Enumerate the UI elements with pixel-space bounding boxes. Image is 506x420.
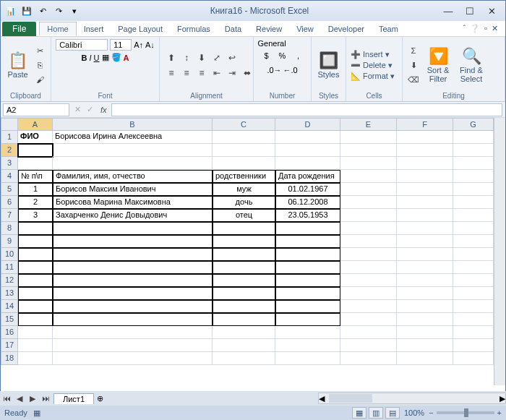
fx-icon[interactable]: fx bbox=[96, 106, 111, 114]
cell-F8[interactable] bbox=[397, 222, 453, 235]
cell-G18[interactable] bbox=[453, 352, 494, 365]
row-header-1[interactable]: 1 bbox=[1, 131, 18, 144]
col-header-A[interactable]: A bbox=[18, 118, 53, 131]
cell-G2[interactable] bbox=[453, 144, 494, 157]
cell-C14[interactable] bbox=[213, 300, 275, 313]
cell-D5[interactable]: 01.02.1967 bbox=[275, 183, 340, 196]
cell-F1[interactable] bbox=[397, 131, 453, 144]
horizontal-scrollbar[interactable]: ◀ ▶ bbox=[318, 393, 506, 404]
cell-C8[interactable] bbox=[213, 222, 275, 235]
tab-formulas[interactable]: Formulas bbox=[170, 22, 218, 35]
cell-D6[interactable]: 06.12.2008 bbox=[275, 196, 340, 209]
cell-A12[interactable] bbox=[18, 274, 53, 287]
save-icon[interactable]: 💾 bbox=[20, 4, 34, 18]
tab-developer[interactable]: Developer bbox=[321, 22, 372, 35]
cell-D17[interactable] bbox=[275, 339, 340, 352]
cell-D14[interactable] bbox=[275, 300, 340, 313]
cell-B15[interactable] bbox=[53, 313, 213, 326]
cell-E14[interactable] bbox=[340, 300, 397, 313]
qat-more-icon[interactable]: ▾ bbox=[67, 4, 82, 18]
cell-E4[interactable] bbox=[340, 170, 397, 183]
autosum-icon[interactable]: Σ bbox=[407, 44, 420, 57]
formula-input[interactable] bbox=[111, 103, 502, 116]
zoom-level[interactable]: 100% bbox=[404, 408, 424, 417]
align-bottom-icon[interactable]: ⬇ bbox=[194, 51, 209, 65]
row-header-6[interactable]: 6 bbox=[1, 196, 18, 209]
page-layout-view-icon[interactable]: ▥ bbox=[369, 407, 383, 419]
first-sheet-icon[interactable]: ⏮ bbox=[0, 392, 13, 405]
cell-D3[interactable] bbox=[275, 157, 340, 170]
row-header-2[interactable]: 2 bbox=[1, 144, 18, 157]
cell-E11[interactable] bbox=[340, 261, 397, 274]
cell-C2[interactable] bbox=[213, 144, 275, 157]
row-header-16[interactable]: 16 bbox=[1, 326, 18, 339]
indent-inc-icon[interactable]: ⇥ bbox=[225, 66, 239, 80]
tab-team[interactable]: Team bbox=[372, 22, 406, 35]
cell-G14[interactable] bbox=[453, 300, 494, 313]
name-box[interactable]: A2 bbox=[3, 103, 69, 116]
cell-F14[interactable] bbox=[397, 300, 453, 313]
cell-B12[interactable] bbox=[53, 274, 213, 287]
close-workbook-icon[interactable]: ✕ bbox=[492, 24, 498, 33]
cell-F9[interactable] bbox=[397, 235, 453, 248]
new-sheet-icon[interactable]: ⊕ bbox=[97, 394, 103, 403]
tab-review[interactable]: Review bbox=[249, 22, 289, 35]
cell-C1[interactable] bbox=[213, 131, 275, 144]
undo-icon[interactable]: ↶ bbox=[35, 4, 50, 18]
font-size[interactable]: 11 bbox=[110, 39, 132, 51]
merge-icon[interactable]: ⬌ bbox=[240, 66, 254, 80]
col-header-D[interactable]: D bbox=[275, 118, 340, 131]
row-header-12[interactable]: 12 bbox=[1, 274, 18, 287]
cell-C12[interactable] bbox=[213, 274, 275, 287]
cell-B6[interactable]: Борисова Марина Максимовна bbox=[53, 196, 213, 209]
shrink-font-icon[interactable]: A↓ bbox=[145, 40, 155, 49]
cell-E6[interactable] bbox=[340, 196, 397, 209]
cell-F13[interactable] bbox=[397, 287, 453, 300]
excel-icon[interactable]: 📊 bbox=[4, 4, 18, 18]
format-painter-icon[interactable]: 🖌 bbox=[33, 73, 46, 86]
col-header-B[interactable]: B bbox=[53, 118, 213, 131]
page-break-view-icon[interactable]: ▤ bbox=[385, 407, 400, 419]
underline-icon[interactable]: U bbox=[94, 53, 100, 62]
cell-F4[interactable] bbox=[397, 170, 453, 183]
row-header-9[interactable]: 9 bbox=[1, 235, 18, 248]
accept-formula-icon[interactable]: ✓ bbox=[84, 105, 96, 114]
find-select-button[interactable]: 🔍Find & Select bbox=[456, 42, 486, 88]
cell-B7[interactable]: Захарченко Денис Довыдович bbox=[53, 209, 213, 222]
row-header-13[interactable]: 13 bbox=[1, 287, 18, 300]
cell-D18[interactable] bbox=[275, 352, 340, 365]
border-icon[interactable]: ▦ bbox=[102, 53, 109, 62]
row-header-14[interactable]: 14 bbox=[1, 300, 18, 313]
cell-E17[interactable] bbox=[340, 339, 397, 352]
cell-D12[interactable] bbox=[275, 274, 340, 287]
cell-E3[interactable] bbox=[340, 157, 397, 170]
bold-icon[interactable]: B bbox=[82, 53, 87, 62]
scroll-thumb[interactable] bbox=[329, 394, 372, 403]
cell-A15[interactable] bbox=[18, 313, 53, 326]
cell-E9[interactable] bbox=[340, 235, 397, 248]
cell-D10[interactable] bbox=[275, 248, 340, 261]
cell-G13[interactable] bbox=[453, 287, 494, 300]
cell-B11[interactable] bbox=[53, 261, 213, 274]
tab-file[interactable]: File bbox=[2, 22, 36, 36]
row-header-15[interactable]: 15 bbox=[1, 313, 18, 326]
cell-A9[interactable] bbox=[18, 235, 53, 248]
cell-C17[interactable] bbox=[213, 339, 275, 352]
format-cells-button[interactable]: 📐 Format ▾ bbox=[351, 72, 395, 81]
cell-A13[interactable] bbox=[18, 287, 53, 300]
comma-icon[interactable]: , bbox=[291, 49, 306, 62]
align-middle-icon[interactable]: ↕ bbox=[179, 51, 194, 65]
next-sheet-icon[interactable]: ▶ bbox=[26, 392, 39, 405]
tab-view[interactable]: View bbox=[289, 22, 321, 35]
cell-G9[interactable] bbox=[453, 235, 494, 248]
cell-B1[interactable]: Борисова Ирина Алексеевна bbox=[53, 131, 213, 144]
cell-D15[interactable] bbox=[275, 313, 340, 326]
cell-C15[interactable] bbox=[213, 313, 275, 326]
col-header-C[interactable]: C bbox=[213, 118, 275, 131]
cell-A17[interactable] bbox=[18, 339, 53, 352]
font-name[interactable]: Calibri bbox=[56, 39, 108, 51]
cell-B14[interactable] bbox=[53, 300, 213, 313]
dec-decimal-icon[interactable]: ←.0 bbox=[283, 64, 298, 77]
cell-F5[interactable] bbox=[397, 183, 453, 196]
sheet-tab-1[interactable]: Лист1 bbox=[53, 393, 94, 404]
